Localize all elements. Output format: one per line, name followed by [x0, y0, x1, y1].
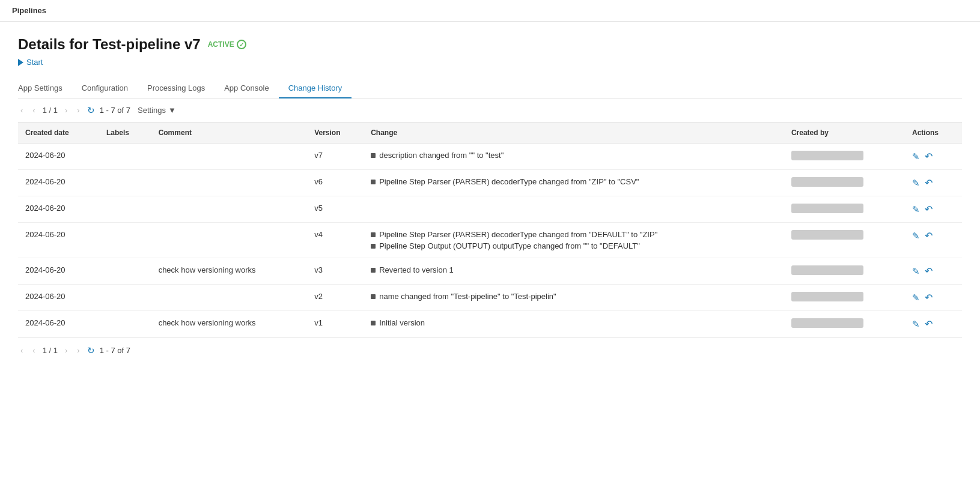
cell-comment	[151, 285, 308, 311]
table-row: 2024-06-20check how versioning worksv1In…	[18, 311, 962, 337]
col-change: Change	[364, 123, 784, 144]
cell-actions: ✎↶	[905, 170, 962, 196]
cell-created-date: 2024-06-20	[18, 223, 99, 258]
cell-actions: ✎↶	[905, 223, 962, 258]
edit-button[interactable]: ✎	[912, 204, 920, 215]
bottom-last-page-button[interactable]: ›	[75, 345, 82, 356]
tab-configuration[interactable]: Configuration	[72, 79, 138, 98]
col-created-by: Created by	[784, 123, 905, 144]
created-by-placeholder	[791, 151, 863, 160]
revert-button[interactable]: ↶	[925, 151, 933, 162]
bullet-icon	[371, 153, 376, 158]
refresh-icon[interactable]: ↻	[87, 105, 95, 116]
change-item: Pipeline Step Output (OUTPUT) outputType…	[371, 241, 777, 250]
bullet-icon	[371, 268, 376, 273]
main-content: Details for Test-pipeline v7 ACTIVE ✓ St…	[0, 22, 980, 378]
cell-change: description changed from "" to "test"	[364, 144, 784, 170]
table-row: 2024-06-20v7description changed from "" …	[18, 144, 962, 170]
cell-labels	[99, 311, 151, 337]
table-row: 2024-06-20v2name changed from "Test-pipe…	[18, 285, 962, 311]
revert-button[interactable]: ↶	[925, 292, 933, 303]
cell-change: Reverted to version 1	[364, 258, 784, 285]
created-by-placeholder	[791, 318, 863, 328]
created-by-placeholder	[791, 265, 863, 275]
first-page-button[interactable]: ‹	[18, 104, 25, 116]
tab-processing-logs[interactable]: Processing Logs	[138, 79, 215, 98]
bottom-first-page-button[interactable]: ‹	[18, 345, 25, 356]
cell-version: v2	[307, 285, 364, 311]
edit-button[interactable]: ✎	[912, 178, 920, 189]
cell-comment: check how versioning works	[151, 311, 308, 337]
bottom-pagination-bar: ‹ ‹ 1 / 1 › › ↻ 1 - 7 of 7	[18, 337, 962, 363]
table-row: 2024-06-20v5✎↶	[18, 196, 962, 223]
prev-page-button[interactable]: ‹	[30, 104, 37, 116]
cell-version: v7	[307, 144, 364, 170]
start-button[interactable]: Start	[18, 58, 43, 67]
cell-created-by	[784, 144, 905, 170]
edit-button[interactable]: ✎	[912, 319, 920, 330]
revert-button[interactable]: ↶	[925, 204, 933, 215]
cell-labels	[99, 285, 151, 311]
next-page-button[interactable]: ›	[62, 104, 70, 116]
cell-created-date: 2024-06-20	[18, 311, 99, 337]
change-item: description changed from "" to "test"	[371, 151, 777, 160]
tab-change-history[interactable]: Change History	[279, 79, 352, 98]
settings-button[interactable]: Settings ▼	[135, 104, 178, 116]
cell-labels	[99, 196, 151, 223]
created-by-placeholder	[791, 292, 863, 301]
cell-version: v5	[307, 196, 364, 223]
edit-button[interactable]: ✎	[912, 292, 920, 303]
cell-version: v1	[307, 311, 364, 337]
cell-created-date: 2024-06-20	[18, 196, 99, 223]
change-item: Initial version	[371, 318, 777, 327]
cell-created-date: 2024-06-20	[18, 258, 99, 285]
edit-button[interactable]: ✎	[912, 266, 920, 277]
created-by-placeholder	[791, 204, 863, 213]
cell-created-by	[784, 170, 905, 196]
bottom-refresh-icon[interactable]: ↻	[87, 345, 95, 356]
cell-created-by	[784, 258, 905, 285]
tab-app-console[interactable]: App Console	[215, 79, 278, 98]
table-row: 2024-06-20check how versioning worksv3Re…	[18, 258, 962, 285]
cell-labels	[99, 258, 151, 285]
settings-chevron-icon: ▼	[168, 106, 176, 115]
last-page-button[interactable]: ›	[75, 104, 82, 116]
cell-version: v4	[307, 223, 364, 258]
cell-actions: ✎↶	[905, 144, 962, 170]
revert-button[interactable]: ↶	[925, 177, 933, 189]
revert-button[interactable]: ↶	[925, 265, 933, 277]
cell-comment	[151, 144, 308, 170]
cell-labels	[99, 144, 151, 170]
change-history-table: Created date Labels Comment Version Chan…	[18, 123, 962, 337]
created-by-placeholder	[791, 230, 863, 240]
tab-app-settings[interactable]: App Settings	[18, 79, 72, 98]
table-row: 2024-06-20v6Pipeline Step Parser (PARSER…	[18, 170, 962, 196]
play-icon	[18, 59, 23, 66]
cell-created-by	[784, 196, 905, 223]
col-actions: Actions	[905, 123, 962, 144]
status-badge: ACTIVE ✓	[208, 40, 246, 49]
col-created-date: Created date	[18, 123, 99, 144]
bullet-icon	[371, 232, 376, 237]
cell-version: v6	[307, 170, 364, 196]
cell-created-date: 2024-06-20	[18, 170, 99, 196]
bullet-icon	[371, 180, 376, 184]
table-row: 2024-06-20v4Pipeline Step Parser (PARSER…	[18, 223, 962, 258]
revert-button[interactable]: ↶	[925, 318, 933, 330]
cell-created-date: 2024-06-20	[18, 285, 99, 311]
edit-button[interactable]: ✎	[912, 231, 920, 241]
bottom-next-page-button[interactable]: ›	[62, 345, 70, 356]
created-by-placeholder	[791, 177, 863, 187]
revert-button[interactable]: ↶	[925, 230, 933, 241]
cell-created-by	[784, 311, 905, 337]
cell-created-date: 2024-06-20	[18, 144, 99, 170]
cell-created-by	[784, 223, 905, 258]
bottom-prev-page-button[interactable]: ‹	[30, 345, 37, 356]
current-page: 1 / 1	[43, 106, 58, 115]
tabs-nav: App Settings Configuration Processing Lo…	[18, 79, 962, 98]
top-pagination-bar: ‹ ‹ 1 / 1 › › ↻ 1 - 7 of 7 Settings ▼	[18, 98, 962, 123]
edit-button[interactable]: ✎	[912, 151, 920, 162]
bottom-page-range: 1 - 7 of 7	[100, 346, 130, 355]
status-label: ACTIVE	[208, 40, 234, 49]
table-header-row: Created date Labels Comment Version Chan…	[18, 123, 962, 144]
